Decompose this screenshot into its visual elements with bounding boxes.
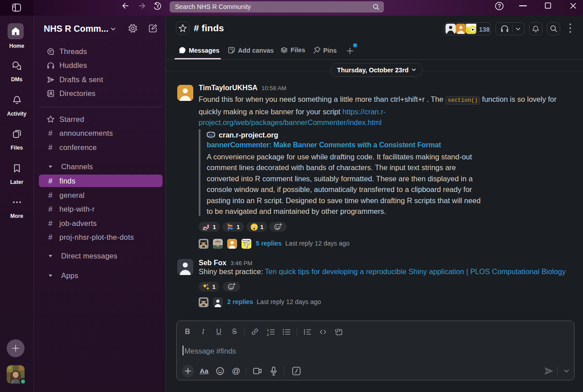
svg-text:THIS IS ALL: THIS IS ALL: [242, 240, 251, 242]
svg-text:1: 1: [267, 328, 269, 332]
svg-text:R: R: [209, 132, 213, 138]
svg-text:2: 2: [267, 332, 269, 336]
